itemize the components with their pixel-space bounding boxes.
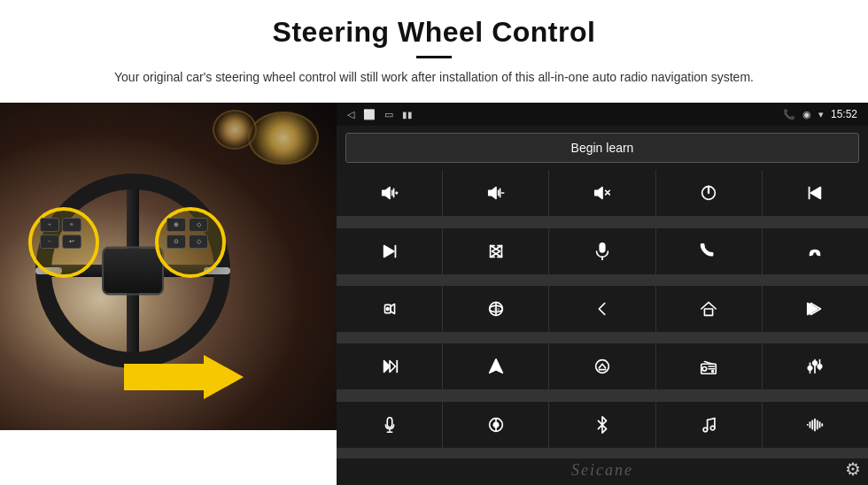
prev-track-cell[interactable] bbox=[763, 170, 868, 216]
battery-icon: ▮▮ bbox=[402, 110, 413, 119]
hangup-cell[interactable] bbox=[763, 228, 868, 274]
mic-cell[interactable] bbox=[549, 228, 655, 274]
shuffle-cell[interactable] bbox=[443, 228, 548, 274]
begin-learn-button[interactable]: Begin learn bbox=[345, 133, 859, 163]
wb-mode: ≡ bbox=[62, 218, 81, 232]
svg-point-54 bbox=[813, 361, 818, 366]
svg-point-55 bbox=[809, 366, 813, 371]
vol-up-cell[interactable] bbox=[337, 170, 442, 216]
phone-status-icon: 📞 bbox=[783, 109, 795, 120]
svg-marker-1 bbox=[382, 188, 389, 199]
fast-fwd-cell[interactable] bbox=[337, 343, 442, 389]
skip-back-icon bbox=[805, 299, 825, 319]
time-display: 15:52 bbox=[831, 108, 857, 120]
bluetooth-cell[interactable] bbox=[549, 402, 655, 448]
svg-text:360: 360 bbox=[493, 307, 500, 312]
sw-hub bbox=[102, 247, 164, 296]
sliders-icon bbox=[805, 357, 825, 376]
next-track-cell[interactable] bbox=[337, 228, 442, 274]
svg-point-31 bbox=[386, 308, 389, 311]
wifi-status-icon: ▾ bbox=[818, 109, 824, 120]
svg-rect-27 bbox=[600, 243, 605, 252]
status-left: ◁ ⬜ ▭ ▮▮ bbox=[347, 109, 413, 120]
next-track-icon bbox=[380, 242, 399, 261]
home-icon bbox=[699, 299, 718, 319]
android-ui: ◁ ⬜ ▭ ▮▮ 📞 ◉ ▾ 15:52 Begin learn bbox=[337, 103, 868, 485]
wb-r4: ◇ bbox=[189, 235, 208, 249]
wb-vol-up: + bbox=[40, 218, 59, 232]
car-image: + ≡ − ↩ ⊕ ◇ ⊙ ◇ bbox=[0, 103, 337, 430]
phone-icon bbox=[699, 242, 718, 261]
power-icon bbox=[699, 183, 718, 203]
home-cell[interactable] bbox=[656, 286, 762, 332]
mute-icon bbox=[593, 183, 612, 203]
dashboard-left bbox=[248, 112, 319, 165]
360-2-icon bbox=[486, 415, 506, 435]
title-divider bbox=[416, 56, 452, 58]
eject-cell[interactable] bbox=[549, 343, 655, 389]
360-2-cell[interactable] bbox=[443, 402, 548, 448]
seicane-watermark: Seicane bbox=[571, 461, 633, 480]
content-area: + ≡ − ↩ ⊕ ◇ ⊙ ◇ bbox=[0, 103, 868, 485]
music-cell[interactable] bbox=[656, 402, 762, 448]
status-bar: ◁ ⬜ ▭ ▮▮ 📞 ◉ ▾ 15:52 bbox=[337, 103, 868, 126]
svg-marker-0 bbox=[124, 355, 244, 399]
gear-icon[interactable]: ⚙ bbox=[845, 458, 861, 480]
back-icon[interactable]: ◁ bbox=[347, 109, 354, 120]
radio-cell[interactable] bbox=[656, 343, 762, 389]
recent-icon[interactable]: ▭ bbox=[384, 109, 393, 120]
mic2-cell[interactable] bbox=[337, 402, 442, 448]
bottom-bar: Seicane ⚙ bbox=[337, 458, 868, 485]
svg-marker-10 bbox=[595, 188, 602, 199]
wb-r3: ⊙ bbox=[167, 235, 186, 249]
begin-learn-row: Begin learn bbox=[337, 126, 868, 170]
svg-marker-40 bbox=[390, 361, 395, 373]
header-section: Steering Wheel Control Your original car… bbox=[0, 0, 868, 94]
vol-down-icon bbox=[486, 183, 506, 203]
page-wrapper: Steering Wheel Control Your original car… bbox=[0, 0, 868, 485]
svg-marker-17 bbox=[384, 245, 393, 257]
svg-marker-6 bbox=[489, 188, 496, 199]
prev-track-icon bbox=[805, 183, 825, 203]
eject-icon bbox=[593, 357, 612, 376]
vol-down-cell[interactable] bbox=[443, 170, 548, 216]
svg-point-43 bbox=[596, 360, 609, 373]
fast-fwd-icon bbox=[380, 357, 399, 376]
radio-icon bbox=[699, 357, 718, 376]
page-title: Steering Wheel Control bbox=[53, 16, 815, 49]
back-cell[interactable] bbox=[549, 286, 655, 332]
svg-point-60 bbox=[493, 422, 499, 427]
wb-r2: ◇ bbox=[189, 218, 208, 232]
wheel-buttons-left: + ≡ − ↩ bbox=[40, 218, 81, 249]
waveform-cell[interactable] bbox=[763, 402, 868, 448]
mute-cell[interactable] bbox=[549, 170, 655, 216]
wheel-buttons-right: ⊕ ◇ ⊙ ◇ bbox=[167, 218, 208, 249]
phone-cell[interactable] bbox=[656, 228, 762, 274]
wb-vol-dn: − bbox=[40, 235, 59, 249]
skip-back-cell[interactable] bbox=[763, 286, 868, 332]
home-icon[interactable]: ⬜ bbox=[363, 109, 376, 120]
svg-point-50 bbox=[712, 371, 714, 373]
360-cell[interactable]: 360 bbox=[443, 286, 548, 332]
wb-call: ↩ bbox=[62, 235, 81, 249]
svg-line-67 bbox=[708, 418, 715, 420]
mic-icon bbox=[593, 242, 612, 261]
svg-marker-30 bbox=[391, 304, 395, 314]
svg-rect-36 bbox=[705, 309, 713, 315]
nav-icon bbox=[486, 357, 506, 376]
subtitle: Your original car's steering wheel contr… bbox=[106, 67, 762, 87]
android-ui-wrapper: ◁ ⬜ ▭ ▮▮ 📞 ◉ ▾ 15:52 Begin learn bbox=[337, 103, 868, 485]
speaker-icon bbox=[380, 299, 399, 319]
mic2-icon bbox=[380, 415, 399, 435]
yellow-arrow bbox=[124, 350, 248, 404]
hangup-icon bbox=[805, 242, 825, 261]
music-icon bbox=[699, 415, 718, 435]
power-cell[interactable] bbox=[656, 170, 762, 216]
svg-point-56 bbox=[818, 365, 823, 369]
sliders-cell[interactable] bbox=[763, 343, 868, 389]
icon-grid: 360 bbox=[337, 170, 868, 458]
location-status-icon: ◉ bbox=[802, 109, 811, 120]
speaker-cell[interactable] bbox=[337, 286, 442, 332]
nav-cell[interactable] bbox=[443, 343, 548, 389]
wb-r1: ⊕ bbox=[167, 218, 186, 232]
